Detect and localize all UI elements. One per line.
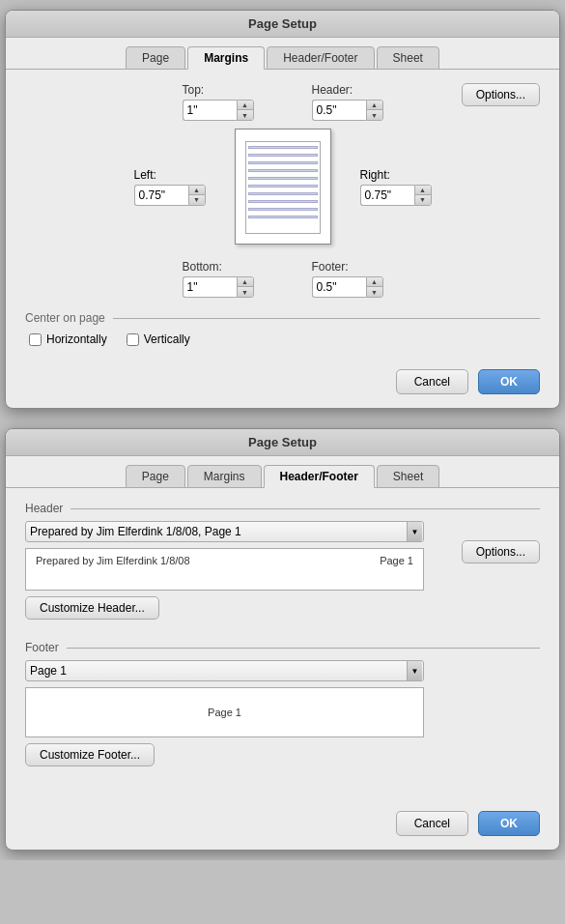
header-dropdown-wrapper: Prepared by Jim Elferdink 1/8/08, Page 1… <box>25 521 424 542</box>
ok-button-2[interactable]: OK <box>478 811 540 836</box>
right-input[interactable] <box>360 185 414 206</box>
dialog-2-title: Page Setup <box>6 429 559 456</box>
right-decrement[interactable]: ▼ <box>415 195 431 205</box>
page-line <box>248 192 318 195</box>
footer-preview-text: Page 1 <box>208 707 241 718</box>
tab-margins-2[interactable]: Margins <box>187 465 262 488</box>
page-preview <box>235 129 331 245</box>
horizontally-checkbox-item: Horizontally <box>29 332 107 346</box>
footer-margin-label: Footer: <box>312 260 383 274</box>
hf-options-area: Options... <box>462 540 540 563</box>
page-line <box>248 216 318 218</box>
header-section: Header Prepared by Jim Elferdink 1/8/08,… <box>25 502 540 629</box>
footer-dropdown-wrapper: Page 1 ▼ <box>25 660 424 681</box>
bottom-input[interactable] <box>183 276 237 298</box>
header-input[interactable] <box>312 100 366 121</box>
page-line <box>248 185 318 188</box>
top-margin-group: Top: ▲ ▼ <box>183 83 254 121</box>
page-line <box>248 146 318 149</box>
right-margin-group: Right: ▲ ▼ <box>360 168 432 206</box>
options-button-2[interactable]: Options... <box>462 540 540 563</box>
dialog-1-footer: Cancel OK <box>6 360 559 408</box>
dialog-2: Page Setup Page Margins Header/Footer Sh… <box>5 428 560 851</box>
ok-button-1[interactable]: OK <box>478 369 540 394</box>
bottom-stepper: ▲ ▼ <box>237 276 254 298</box>
dialog-1: Page Setup Page Margins Header/Footer Sh… <box>5 10 560 409</box>
header-stepper: ▲ ▼ <box>366 100 383 121</box>
footer-stepper: ▲ ▼ <box>366 276 383 298</box>
right-input-stepper: ▲ ▼ <box>360 185 432 206</box>
page-line <box>248 169 318 172</box>
options-button-1[interactable]: Options... <box>462 83 540 106</box>
hf-layout: Options... Header Prepared by Jim Elferd… <box>25 502 540 776</box>
right-increment[interactable]: ▲ <box>415 186 431 195</box>
header-preview-right: Page 1 <box>380 555 413 566</box>
tab-page-1[interactable]: Page <box>126 46 185 70</box>
footer-preview-box: Page 1 <box>25 687 424 737</box>
center-on-page-label: Center on page <box>25 311 540 325</box>
tab-page-2[interactable]: Page <box>126 465 185 488</box>
header-dropdown[interactable]: Prepared by Jim Elferdink 1/8/08, Page 1 <box>25 521 424 542</box>
footer-decrement[interactable]: ▼ <box>367 287 382 297</box>
dialog-1-title: Page Setup <box>6 11 559 38</box>
center-on-page-section: Center on page Horizontally Vertically <box>25 311 540 346</box>
vertically-checkbox[interactable] <box>127 333 139 346</box>
tab-bar-2: Page Margins Header/Footer Sheet <box>6 456 559 487</box>
top-row: Top: ▲ ▼ Header: ▲ <box>183 83 383 121</box>
tab-margins-1[interactable]: Margins <box>187 46 265 70</box>
header-preview-left: Prepared by Jim Elferdink 1/8/08 <box>36 555 190 566</box>
vertically-checkbox-item: Vertically <box>127 332 190 346</box>
tab-headerfooter-1[interactable]: Header/Footer <box>267 46 374 70</box>
dialog-2-footer: Cancel OK <box>6 801 559 850</box>
horizontally-label: Horizontally <box>46 332 107 346</box>
footer-input-stepper: ▲ ▼ <box>312 276 383 298</box>
bottom-margin-group: Bottom: ▲ ▼ <box>183 260 254 298</box>
header-margin-group: Header: ▲ ▼ <box>312 83 383 121</box>
bottom-input-stepper: ▲ ▼ <box>183 276 254 298</box>
cancel-button-2[interactable]: Cancel <box>396 811 468 836</box>
left-increment[interactable]: ▲ <box>189 186 205 195</box>
cancel-button-1[interactable]: Cancel <box>396 369 468 394</box>
bottom-label: Bottom: <box>183 260 254 274</box>
options-btn-area: Options... <box>462 83 540 106</box>
footer-increment[interactable]: ▲ <box>367 277 382 287</box>
footer-section: Footer Page 1 ▼ Page 1 Customize Footer.… <box>25 641 540 776</box>
header-margin-label: Header: <box>312 83 383 97</box>
footer-dropdown[interactable]: Page 1 <box>25 660 424 681</box>
customize-footer-button[interactable]: Customize Footer... <box>25 743 155 766</box>
center-checkboxes: Horizontally Vertically <box>25 332 540 346</box>
top-stepper: ▲ ▼ <box>237 100 254 121</box>
tab-sheet-2[interactable]: Sheet <box>377 465 439 488</box>
top-input[interactable] <box>183 100 237 121</box>
tab-sheet-1[interactable]: Sheet <box>377 46 439 70</box>
horizontally-checkbox[interactable] <box>29 333 42 346</box>
page-line <box>248 200 318 203</box>
left-input-stepper: ▲ ▼ <box>134 185 206 206</box>
header-increment[interactable]: ▲ <box>367 101 382 110</box>
bottom-decrement[interactable]: ▼ <box>238 287 253 297</box>
top-decrement[interactable]: ▼ <box>238 110 253 120</box>
tab-headerfooter-2[interactable]: Header/Footer <box>264 465 375 488</box>
header-section-title: Header <box>25 502 540 515</box>
header-decrement[interactable]: ▼ <box>367 110 382 120</box>
page-preview-inner <box>245 141 321 234</box>
bottom-row: Bottom: ▲ ▼ Footer: ▲ <box>183 260 383 298</box>
footer-margin-group: Footer: ▲ ▼ <box>312 260 383 298</box>
left-input[interactable] <box>134 185 188 206</box>
top-label: Top: <box>183 83 254 97</box>
left-label: Left: <box>134 168 206 182</box>
header-preview-box: Prepared by Jim Elferdink 1/8/08 Page 1 <box>25 548 424 591</box>
top-input-stepper: ▲ ▼ <box>183 100 254 121</box>
headerfooter-tab-content: Options... Header Prepared by Jim Elferd… <box>6 487 559 801</box>
page-lines <box>246 142 320 222</box>
page-line <box>248 161 318 164</box>
left-decrement[interactable]: ▼ <box>189 195 205 205</box>
vertically-label: Vertically <box>144 332 190 346</box>
page-line <box>248 154 318 157</box>
margins-layout: Options... Top: ▲ ▼ Header: <box>25 83 540 346</box>
middle-row: Left: ▲ ▼ <box>134 129 432 245</box>
top-increment[interactable]: ▲ <box>238 101 253 110</box>
customize-header-button[interactable]: Customize Header... <box>25 596 159 620</box>
bottom-increment[interactable]: ▲ <box>238 277 253 287</box>
footer-input[interactable] <box>312 276 366 298</box>
